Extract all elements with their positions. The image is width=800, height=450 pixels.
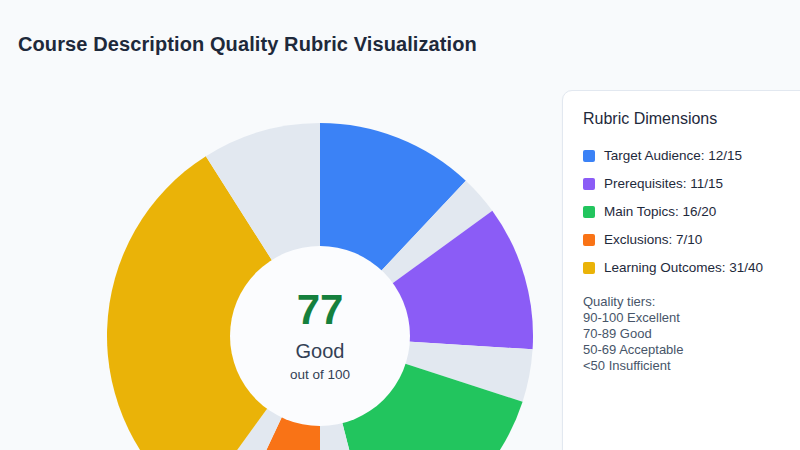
rubric-dimensions-panel: Rubric Dimensions Target Audience: 12/15… — [562, 90, 800, 450]
quality-tiers-heading: Quality tiers: — [583, 294, 800, 310]
quality-tier-lines: 90-100 Excellent70-89 Good50-69 Acceptab… — [583, 310, 800, 374]
legend-swatch — [583, 178, 595, 190]
legend-item: Target Audience: 12/15 — [583, 148, 800, 164]
legend-label: Exclusions: 7/10 — [604, 232, 702, 248]
donut-hole — [230, 246, 410, 426]
legend-label: Target Audience: 12/15 — [604, 148, 742, 164]
quality-tier-line: 50-69 Acceptable — [583, 342, 800, 358]
legend-label: Main Topics: 16/20 — [604, 204, 716, 220]
quality-tier-line: <50 Insufficient — [583, 358, 800, 374]
legend-swatch — [583, 206, 595, 218]
quality-tier-line: 90-100 Excellent — [583, 310, 800, 326]
panel-title: Rubric Dimensions — [583, 109, 800, 128]
legend-swatch — [583, 234, 595, 246]
legend-label: Prerequisites: 11/15 — [604, 176, 723, 192]
legend-label: Learning Outcomes: 31/40 — [604, 260, 763, 276]
legend-item: Exclusions: 7/10 — [583, 232, 800, 248]
quality-tier-line: 70-89 Good — [583, 326, 800, 342]
legend-item: Main Topics: 16/20 — [583, 204, 800, 220]
legend-item: Learning Outcomes: 31/40 — [583, 260, 800, 276]
legend-list: Target Audience: 12/15Prerequisites: 11/… — [583, 148, 800, 276]
legend-item: Prerequisites: 11/15 — [583, 176, 800, 192]
legend-swatch — [583, 262, 595, 274]
quality-tiers: Quality tiers: 90-100 Excellent70-89 Goo… — [583, 294, 800, 374]
legend-swatch — [583, 150, 595, 162]
